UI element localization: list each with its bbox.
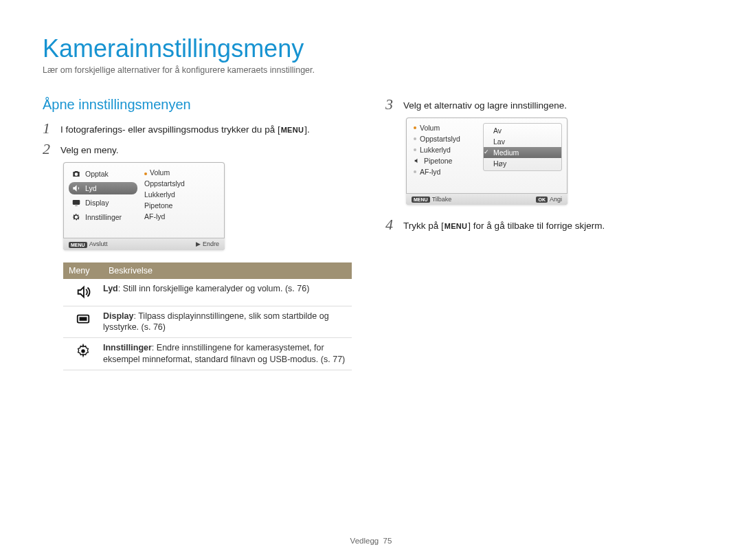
lcd1-item-display: Display: [69, 197, 137, 209]
step1-post: ].: [304, 124, 310, 135]
step-num-3: 3: [385, 97, 398, 112]
sound-icon: [76, 284, 91, 302]
step3-text: Velg et alternativ og lagre innstillinge…: [403, 97, 567, 112]
step-num-2: 2: [43, 142, 55, 157]
section-heading: Åpne innstillingsmenyen: [43, 97, 357, 113]
display-icon: [76, 312, 91, 329]
lcd1-opt-volum: Volum: [142, 168, 219, 177]
lcd1-foot-left: MENUAvslutt: [69, 240, 107, 247]
table-head-meny: Meny: [63, 262, 103, 279]
step4-post: ] for å gå tilbake til forrige skjerm.: [468, 221, 605, 231]
lcd2-val-av: Av: [484, 125, 561, 136]
page-title: Kamerainnstillingsmeny: [43, 34, 699, 63]
step-3: 3 Velg et alternativ og lagre innstillin…: [385, 97, 699, 112]
display-icon: [71, 198, 81, 208]
left-column: Åpne innstillingsmenyen 1 I fotograferin…: [43, 97, 357, 370]
lcd1-opt-oppstartslyd: Oppstartslyd: [142, 179, 219, 188]
page-subtitle: Lær om forskjellige alternativer for å k…: [43, 65, 699, 75]
step-1: 1 I fotograferings- eller avspillingsmod…: [43, 121, 357, 136]
table-head-beskrivelse: Beskrivelse: [103, 262, 352, 279]
step4-pre: Trykk på [: [403, 221, 444, 231]
menu-button-label: MENU: [280, 125, 305, 135]
lcd1-item-opptak: Opptak: [69, 168, 137, 180]
svg-rect-0: [73, 200, 80, 205]
lcd2-val-lav: Lav: [484, 136, 561, 147]
lcd1-item-lyd: Lyd: [69, 182, 137, 194]
camera-lcd-menu: Opptak Lyd Display Innstillinger: [63, 162, 225, 249]
lcd2-foot-right: OKAngi: [536, 196, 562, 203]
right-column: 3 Velg et alternativ og lagre innstillin…: [385, 97, 699, 370]
sound-icon: [71, 183, 81, 193]
sound-icon: [414, 157, 420, 164]
lcd2-foot-left: MENUTilbake: [412, 196, 451, 203]
step-2: 2 Velg en meny.: [43, 142, 357, 157]
step-4: 4 Trykk på [MENU] for å gå tilbake til f…: [385, 217, 699, 232]
menu-button-label: MENU: [444, 221, 469, 232]
step-num-4: 4: [385, 217, 398, 232]
lcd2-opt-volum: Volum: [412, 123, 480, 133]
step1-pre: I fotograferings- eller avspillingsmodus…: [60, 124, 280, 135]
table-row: Lyd: Still inn forskjellige kameralyder …: [63, 279, 352, 306]
gear-icon: [71, 212, 81, 222]
lcd2-val-hoy: Høy: [484, 158, 561, 169]
svg-point-4: [81, 350, 85, 354]
lcd1-opt-aflyd: AF-lyd: [142, 212, 219, 221]
page-footer: Vedlegg 75: [0, 537, 742, 545]
lcd2-opt-pipetone: Pipetone: [412, 156, 480, 166]
lcd1-opt-lukkerlyd: Lukkerlyd: [142, 190, 219, 199]
lcd1-foot-right: ▶Endre: [196, 240, 219, 247]
step2-text: Velg en meny.: [60, 142, 119, 157]
step-num-1: 1: [43, 121, 55, 136]
menu-description-table: Meny Beskrivelse Lyd: Still inn forskjel…: [63, 262, 352, 371]
table-row: Display: Tilpass displayinnstillingene, …: [63, 306, 352, 339]
camera-lcd-options: Volum Oppstartslyd Lukkerlyd Pipetone AF…: [406, 117, 567, 205]
lcd2-opt-aflyd: AF-lyd: [412, 167, 480, 177]
lcd2-val-medium: Medium: [484, 147, 561, 158]
lcd1-opt-pipetone: Pipetone: [142, 201, 219, 210]
table-row: Innstillinger: Endre innstillingene for …: [63, 338, 352, 370]
svg-rect-1: [75, 206, 78, 207]
lcd2-opt-oppstartslyd: Oppstartslyd: [412, 134, 480, 144]
lcd1-item-innstillinger: Innstillinger: [69, 211, 137, 223]
gear-icon: [76, 344, 91, 361]
camera-icon: [71, 169, 81, 179]
svg-rect-3: [80, 317, 87, 321]
lcd2-opt-lukkerlyd: Lukkerlyd: [412, 145, 480, 155]
